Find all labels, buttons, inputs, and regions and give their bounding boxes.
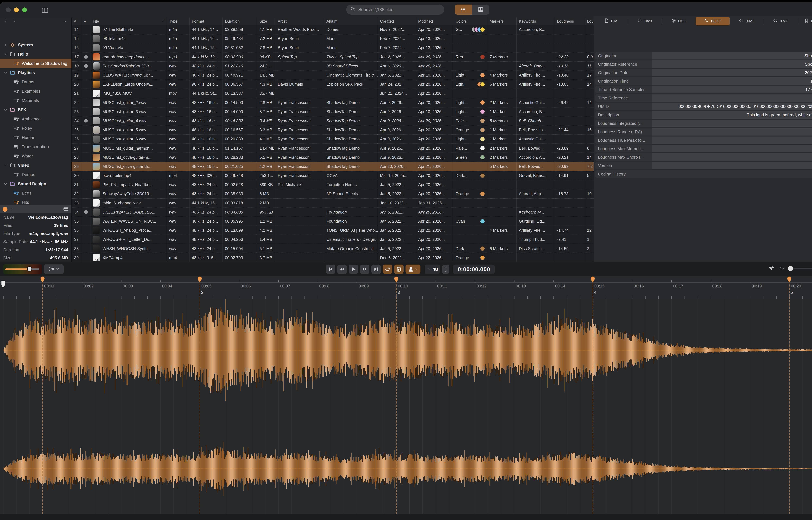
field-value[interactable]: Spongefork [652,60,812,68]
sidebar-item-video[interactable]: Video [0,161,72,170]
field-value[interactable]: 2 [652,162,812,169]
sidebar-item-ambience[interactable]: Ambience [0,114,72,124]
volume-slider[interactable] [3,264,42,274]
sidebar-item-welcome-to-shadowtag[interactable]: Welcome to ShadowTag [0,59,72,68]
tab-bext[interactable]: BEXT [696,17,730,25]
column-header-loudness2[interactable]: Lou [585,18,594,25]
timeline-marker-pin[interactable] [197,276,202,283]
chevron-down-icon[interactable] [10,207,14,212]
sidebar-item-system[interactable]: System [0,40,72,50]
forward-icon[interactable] [12,18,17,24]
close-window-button[interactable] [6,7,11,12]
sidebar-item-beds[interactable]: Beds [0,188,72,198]
table-row[interactable]: 25MUSCInst_guitar_5.wavwav48 kHz, 16 b..… [72,126,594,134]
table-row[interactable]: 39RXXMP4.mp4mp448 kHz, 315...00:02.7933.… [72,253,594,262]
table-row[interactable]: 37WHOOSH-HIT_Letter_Dr...wav48 kHz, 24 b… [72,235,594,244]
table-row[interactable]: 31PM_FN_Impacts_Heartbe...wav48 kHz, 24 … [72,180,594,189]
tab-tags[interactable]: Tags [628,17,662,25]
field-value[interactable]: 2026-04-08 [652,69,812,76]
disclosure-down-icon[interactable] [2,108,9,112]
back-icon[interactable] [3,18,8,24]
skip-end-button[interactable] [371,264,381,274]
timeline-ruler[interactable]: 00:0100:0200:0300:0400:0500:0600:0700:08… [0,276,812,299]
table-row[interactable]: 24MUSCInst_guitar_4.wavwav48 kHz, 16 b..… [72,116,594,126]
field-value[interactable]: 7.77 [652,128,812,135]
list-view-button[interactable] [455,4,472,15]
disclosure-down-icon[interactable] [2,71,9,75]
tab-ucs[interactable]: UCS [662,17,696,25]
column-header-size[interactable]: Size [257,18,275,25]
tab-markers[interactable]: Markers [798,17,812,25]
sidebar-item-sfx[interactable]: SFX [0,105,72,114]
rewind-button[interactable] [337,264,347,274]
table-row[interactable]: 21RXIMG_4850.MOVmov44.1 kHz, St...00:13.… [72,89,594,98]
bpm-stepper[interactable] [442,264,449,274]
column-header-modified[interactable]: Modified [416,18,453,25]
zoom-window-button[interactable] [22,7,27,12]
bpm-control[interactable]: 48 [425,264,440,274]
tab-xmp[interactable]: XMP [764,17,797,25]
field-value[interactable]: -6.67 [652,136,812,144]
auto-play-button[interactable] [394,264,403,274]
sidebar-item-materials[interactable]: Materials [0,96,72,105]
table-row[interactable]: 38WHSH_WHOOSH-Synth...wav48 kHz, 24 b...… [72,244,594,253]
table-row[interactable]: 1508 Telar.m4am4a44.1 kHz, 16...05:49.48… [72,34,594,43]
sidebar-toggle-icon[interactable] [41,6,49,13]
loop-button[interactable] [383,264,392,274]
column-header-markers[interactable]: Markers [487,18,516,25]
column-header-dot[interactable]: ● [81,18,90,25]
zoom-slider[interactable] [788,268,812,269]
column-header-type[interactable]: Type [167,18,190,25]
disclosure-down-icon[interactable] [2,163,9,167]
sidebar-item-sound-design[interactable]: Sound Design [0,179,72,188]
field-value[interactable]: 11:50:05 [652,77,812,85]
table-row[interactable]: 27MUSCInst_guitar_harmon...wav48 kHz, 16… [72,144,594,153]
table-row[interactable]: 29MUSCInst_ocva-guitar-th...wav48 kHz, 1… [72,162,594,171]
volume-knob[interactable] [27,266,32,271]
table-row[interactable]: 19CEDS WATER Impact Spr...wav48 kHz, 24 … [72,71,594,80]
column-header-album[interactable]: Album [324,18,378,25]
sidebar-item-playlists[interactable]: Playlists [0,68,72,77]
sidebar-item-hello[interactable]: Hello [0,50,72,59]
column-header-file[interactable]: File^ [90,18,167,25]
panel-toggle-icon[interactable] [63,206,69,212]
field-value[interactable]: 177530400 [652,86,812,93]
fit-horizontal-icon[interactable] [779,265,785,272]
table-row[interactable]: 26MUSCInst_guitar_6.wavwav48 kHz, 16 b..… [72,134,594,144]
table-row[interactable]: 33tabla_6_channel.wavwav44.1 kHz, 16...0… [72,199,594,208]
column-header-num[interactable]: # [72,18,81,25]
field-value[interactable]: -20.93 [652,120,812,127]
column-header-created[interactable]: Created [378,18,416,25]
column-header-keywords[interactable]: Keywords [516,18,555,25]
disclosure-right-icon[interactable] [2,43,9,47]
sidebar-more-button[interactable]: ⋯ [63,20,68,23]
table-row[interactable]: 17and-oh-how-they-dance...mp344.1 kHz, 1… [72,52,594,61]
field-value[interactable]: -17.86 [652,153,812,161]
column-header-colors[interactable]: Colors [453,18,487,25]
field-value[interactable]: 00000000B09DB76D0100000000000...01000000… [652,103,812,110]
column-header-loudness[interactable]: Loudness [555,18,585,25]
table-row[interactable]: 35WATER_WAVES_ON_ROC...wav48 kHz, 24 b..… [72,217,594,226]
table-row[interactable]: 20EXPLDsgn_Large Underw...wav96 kHz, 24 … [72,80,594,89]
fast-forward-button[interactable] [360,264,369,274]
tab-file[interactable]: File [594,17,628,25]
table-row[interactable]: 18BusyLondonTrainStn 3D0...wav48 kHz, 24… [72,61,594,71]
playhead-handle[interactable] [1,280,5,289]
table-row[interactable]: 34UNDERWATER_BUBBLES...wav48 kHz, 24 b..… [72,208,594,217]
field-value[interactable]: This land is green, not red, white and b… [652,111,812,119]
sidebar-item-drums[interactable]: Drums [0,77,72,87]
table-row[interactable]: 1609 Vía.m4am4a44.1 kHz, 15...06:31.0327… [72,43,594,52]
search-field[interactable] [346,4,444,15]
table-row[interactable]: 36WHOOSH_Analog_Proce...wav48 kHz, 24 b.… [72,226,594,235]
waveform-icon[interactable] [768,264,776,272]
table-row[interactable]: 23MUSCInst_guitar_3.wavwav48 kHz, 16 b..… [72,107,594,116]
waveform-display[interactable] [0,299,812,514]
timeline-marker-pin[interactable] [787,276,792,283]
column-header-duration[interactable]: Duration [223,18,257,25]
field-value[interactable]: -14.66 [652,145,812,152]
sidebar-item-demos[interactable]: Demos [0,170,72,179]
grid-view-button[interactable] [472,4,489,15]
tab-ixml[interactable]: iXML [730,17,764,25]
sidebar-item-hits[interactable]: Hits [0,198,72,205]
disclosure-down-icon[interactable] [2,52,9,56]
